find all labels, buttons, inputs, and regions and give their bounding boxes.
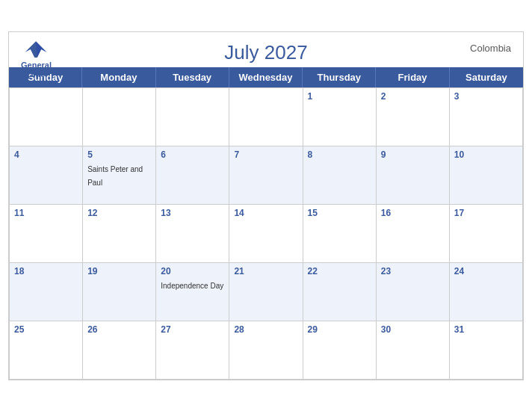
day-cell (156, 87, 229, 146)
day-number: 5 (87, 149, 151, 160)
header-thursday: Thursday (303, 67, 376, 87)
day-cell: 1 (303, 87, 377, 146)
svg-marker-1 (36, 41, 46, 58)
day-cell (83, 87, 156, 146)
day-number: 14 (234, 208, 297, 218)
header-wednesday: Wednesday (229, 67, 303, 87)
day-cell: 4 (10, 146, 83, 204)
day-headers-row: Sunday Monday Tuesday Wednesday Thursday… (9, 67, 523, 87)
logo-general-text: General (21, 61, 52, 69)
day-number: 30 (381, 324, 445, 335)
day-cell: 19 (83, 262, 156, 321)
day-cell: 7 (229, 146, 303, 204)
day-cell: 25 (10, 321, 83, 379)
day-number: 17 (454, 208, 518, 218)
day-cell: 30 (377, 321, 450, 379)
day-number: 26 (87, 324, 151, 335)
day-cell: 24 (450, 262, 523, 321)
day-cell: 12 (83, 204, 156, 262)
day-number: 2 (381, 91, 445, 102)
day-cell: 13 (156, 204, 229, 262)
day-number: 20 (161, 266, 224, 276)
logo: General Blue (21, 40, 52, 78)
event-text: Independence Day (161, 282, 223, 290)
day-number: 9 (381, 149, 445, 160)
day-number: 25 (14, 324, 78, 335)
day-number: 10 (454, 149, 518, 160)
day-cell: 29 (303, 321, 377, 379)
header-saturday: Saturday (450, 67, 523, 87)
day-cell: 26 (83, 321, 156, 379)
day-cell: 6 (156, 146, 229, 204)
header-monday: Monday (82, 67, 155, 87)
day-number: 28 (234, 324, 297, 335)
header-tuesday: Tuesday (156, 67, 229, 87)
day-cell: 31 (450, 321, 523, 379)
day-cell: 11 (10, 204, 83, 262)
day-cell: 17 (450, 204, 523, 262)
day-number: 18 (14, 266, 78, 276)
day-number: 29 (308, 324, 371, 335)
day-number: 1 (308, 91, 371, 102)
day-number: 27 (161, 324, 224, 335)
day-number: 7 (234, 149, 297, 160)
day-cell: 21 (229, 262, 303, 321)
header-friday: Friday (376, 67, 449, 87)
day-number: 21 (234, 266, 297, 276)
day-number: 16 (381, 208, 445, 218)
day-cell: 15 (303, 204, 377, 262)
day-cell: 23 (377, 262, 450, 321)
day-number: 15 (308, 208, 371, 218)
day-cell: 10 (450, 146, 523, 204)
calendar-grid: 12345Saints Peter and Paul67891011121314… (9, 87, 523, 380)
day-number: 12 (87, 208, 151, 218)
day-number: 24 (454, 266, 518, 276)
day-cell: 3 (450, 87, 523, 146)
day-cell: 28 (229, 321, 303, 379)
day-cell: 5Saints Peter and Paul (83, 146, 156, 204)
calendar: General Blue July 2027 Colombia Sunday M… (8, 31, 524, 380)
day-cell: 27 (156, 321, 229, 379)
day-number: 4 (14, 149, 78, 160)
day-number: 8 (308, 149, 371, 160)
calendar-header: General Blue July 2027 Colombia (9, 32, 523, 67)
day-number: 19 (87, 266, 151, 276)
day-number: 3 (454, 91, 518, 102)
day-number: 22 (308, 266, 371, 276)
day-number: 31 (454, 324, 518, 335)
day-cell: 20Independence Day (156, 262, 229, 321)
logo-blue-text: Blue (28, 69, 46, 78)
day-cell: 14 (229, 204, 303, 262)
day-cell: 18 (10, 262, 83, 321)
country-label: Colombia (470, 43, 511, 54)
day-cell: 9 (377, 146, 450, 204)
day-cell (10, 87, 83, 146)
logo-bird-icon (22, 40, 49, 61)
calendar-title: July 2027 (21, 41, 511, 64)
day-cell (229, 87, 303, 146)
day-number: 23 (381, 266, 445, 276)
day-cell: 16 (377, 204, 450, 262)
day-number: 6 (161, 149, 224, 160)
event-text: Saints Peter and Paul (87, 165, 143, 187)
day-cell: 8 (303, 146, 377, 204)
day-cell: 2 (377, 87, 450, 146)
day-number: 11 (14, 208, 78, 218)
day-number: 13 (161, 208, 224, 218)
day-cell: 22 (303, 262, 377, 321)
